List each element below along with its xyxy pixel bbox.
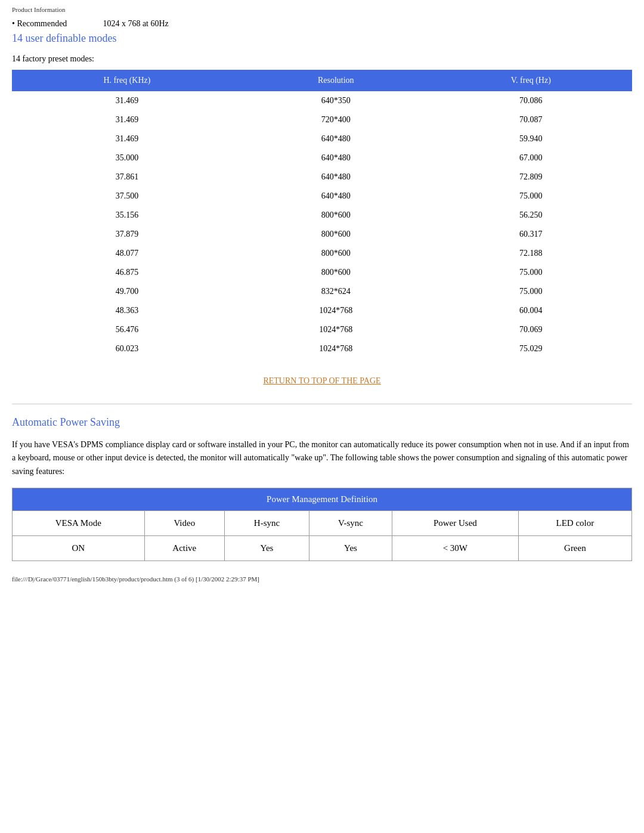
freq-table-cell: 46.875	[12, 263, 242, 282]
freq-table-cell: 31.469	[12, 91, 242, 110]
power-table-cell: Yes	[309, 536, 392, 561]
freq-table-cell: 1024*768	[242, 320, 430, 339]
power-table-header: LED color	[518, 511, 631, 536]
freq-table-cell: 640*480	[242, 168, 430, 187]
power-table-header: Video	[144, 511, 224, 536]
freq-table-cell: 49.700	[12, 282, 242, 301]
freq-table-cell: 640*350	[242, 91, 430, 110]
power-table-cell: ON	[13, 536, 145, 561]
freq-table-cell: 1024*768	[242, 301, 430, 320]
power-table-cell: Yes	[224, 536, 309, 561]
freq-table-cell: 31.469	[12, 129, 242, 148]
freq-table-cell: 70.069	[430, 320, 632, 339]
breadcrumb: Product Information	[12, 6, 632, 13]
freq-table-cell: 37.861	[12, 168, 242, 187]
freq-table-cell: 72.809	[430, 168, 632, 187]
freq-table-cell: 31.469	[12, 110, 242, 129]
auto-power-description: If you have VESA's DPMS compliance displ…	[12, 438, 632, 478]
auto-power-title: Automatic Power Saving	[12, 416, 632, 429]
recommended-label: • Recommended	[12, 19, 67, 29]
freq-table-cell: 75.029	[430, 339, 632, 358]
user-modes-link[interactable]: 14 user definable modes	[12, 32, 632, 45]
power-management-table: Power Management Definition VESA ModeVid…	[12, 488, 632, 561]
freq-table-cell: 37.879	[12, 225, 242, 244]
freq-table-cell: 640*480	[242, 187, 430, 206]
freq-table-cell: 35.000	[12, 148, 242, 168]
freq-table-cell: 48.363	[12, 301, 242, 320]
freq-table-cell: 67.000	[430, 148, 632, 168]
freq-table-cell: 56.250	[430, 206, 632, 225]
freq-table-cell: 70.086	[430, 91, 632, 110]
freq-table-cell: 70.087	[430, 110, 632, 129]
power-table-header: VESA Mode	[13, 511, 145, 536]
footer-text: file:///D|/Grace/03771/english/150b3bty/…	[12, 573, 632, 583]
power-table-header: Power Used	[392, 511, 518, 536]
freq-table-cell: 832*624	[242, 282, 430, 301]
freq-table-cell: 59.940	[430, 129, 632, 148]
power-table-header: V-sync	[309, 511, 392, 536]
freq-table-cell: 72.188	[430, 244, 632, 263]
power-table-header: H-sync	[224, 511, 309, 536]
frequency-table: H. freq (KHz) Resolution V. freq (Hz) 31…	[12, 70, 632, 358]
freq-table-cell: 35.156	[12, 206, 242, 225]
freq-table-header-v: V. freq (Hz)	[430, 70, 632, 91]
freq-table-cell: 60.023	[12, 339, 242, 358]
freq-table-cell: 75.000	[430, 282, 632, 301]
recommended-value: 1024 x 768 at 60Hz	[103, 19, 168, 29]
power-table-cell: Active	[144, 536, 224, 561]
freq-table-cell: 37.500	[12, 187, 242, 206]
freq-table-cell: 1024*768	[242, 339, 430, 358]
factory-preset-label: 14 factory preset modes:	[12, 54, 632, 64]
freq-table-cell: 75.000	[430, 187, 632, 206]
freq-table-cell: 800*600	[242, 263, 430, 282]
power-table-cell: < 30W	[392, 536, 518, 561]
return-to-top-link[interactable]: RETURN TO TOP OF THE PAGE	[263, 376, 380, 385]
freq-table-cell: 60.317	[430, 225, 632, 244]
section-divider	[12, 404, 632, 404]
freq-table-header-res: Resolution	[242, 70, 430, 91]
freq-table-cell: 800*600	[242, 206, 430, 225]
freq-table-cell: 800*600	[242, 225, 430, 244]
freq-table-cell: 56.476	[12, 320, 242, 339]
power-table-title: Power Management Definition	[13, 488, 632, 511]
freq-table-cell: 48.077	[12, 244, 242, 263]
freq-table-cell: 800*600	[242, 244, 430, 263]
freq-table-cell: 640*480	[242, 129, 430, 148]
freq-table-header-h: H. freq (KHz)	[12, 70, 242, 91]
freq-table-cell: 640*480	[242, 148, 430, 168]
freq-table-cell: 75.000	[430, 263, 632, 282]
freq-table-cell: 720*400	[242, 110, 430, 129]
freq-table-cell: 60.004	[430, 301, 632, 320]
power-table-cell: Green	[518, 536, 631, 561]
